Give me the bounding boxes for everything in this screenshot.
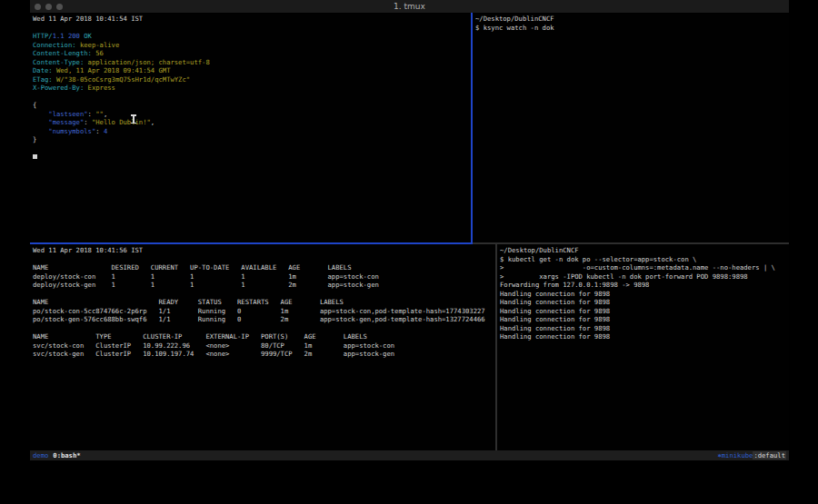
tmux-status-bar: demo 0:bash* ⎈ minikube :default: [30, 450, 789, 460]
titlebar[interactable]: 1. tmux: [30, 0, 789, 14]
pane-http-response[interactable]: Wed 11 Apr 2018 10:41:54 IST HTTP/1.1 20…: [30, 13, 474, 244]
terminal-line: deploy/stock-con 1 1 1 1 1m app=stock-co…: [33, 272, 498, 282]
terminal-line: [33, 290, 498, 299]
pane-kubectl-resources[interactable]: Wed 11 Apr 2018 10:41:56 IST NAME DESIRE…: [30, 244, 498, 450]
terminal-line: $ ksync watch -n dok: [475, 24, 789, 33]
status-right: ⎈ minikube :default: [717, 451, 786, 460]
tmux-panes: Wed 11 Apr 2018 10:41:54 IST HTTP/1.1 20…: [30, 13, 789, 450]
window-tab-bash[interactable]: 0:bash*: [53, 451, 80, 460]
terminal-line: Handling connection for 9898: [500, 315, 789, 324]
pane-ksync-watch[interactable]: ~/Desktop/DublinCNCF$ ksync watch -n dok: [473, 13, 789, 244]
terminal-line: Connection: keep-alive: [33, 41, 474, 50]
terminal-line: X-Powered-By: Express: [33, 84, 474, 93]
terminal-line: "message": "Hello Dublin!",: [33, 118, 474, 127]
terminal-line: [33, 24, 474, 33]
terminal-line: "numsymbols": 4: [33, 127, 474, 136]
terminal-line: ~/Desktop/DublinCNCF: [500, 246, 789, 255]
terminal-line: po/stock-gen-576cc688bb-swqf6 1/1 Runnin…: [33, 315, 498, 324]
terminal-line: NAME TYPE CLUSTER-IP EXTERNAL-IP PORT(S)…: [33, 332, 498, 341]
terminal-line: $ kubectl get -n dok po --selector=app=s…: [500, 255, 789, 264]
window-title: 1. tmux: [30, 0, 789, 13]
terminal-window: 1. tmux Wed 11 Apr 2018 10:41:54 IST HTT…: [30, 0, 789, 460]
terminal-line: "lastseen": "",: [33, 110, 474, 119]
pane-port-forward[interactable]: ~/Desktop/DublinCNCF$ kubectl get -n dok…: [497, 244, 789, 450]
terminal-line: [33, 255, 498, 264]
terminal-line: Content-Type: application/json; charset=…: [33, 58, 474, 67]
mouse-cursor: [130, 114, 136, 124]
terminal-line: {: [33, 101, 474, 110]
session-name: demo: [33, 451, 48, 460]
terminal-line: Handling connection for 9898: [500, 298, 789, 307]
kube-namespace: :default: [753, 451, 786, 460]
terminal-line: }: [33, 135, 474, 144]
terminal-line: po/stock-con-5cc874766c-2p6rp 1/1 Runnin…: [33, 307, 498, 316]
terminal-line: Content-Length: 56: [33, 49, 474, 58]
terminal-line: deploy/stock-gen 1 1 1 1 2m app=stock-ge…: [33, 281, 498, 290]
terminal-line: Handling connection for 9898: [500, 290, 789, 299]
terminal-line: NAME READY STATUS RESTARTS AGE LABELS: [33, 298, 498, 307]
terminal-line: Handling connection for 9898: [500, 332, 789, 341]
terminal-line: Wed 11 Apr 2018 10:41:54 IST: [33, 15, 474, 24]
terminal-line: Wed 11 Apr 2018 10:41:56 IST: [33, 246, 498, 255]
terminal-line: [33, 153, 474, 162]
terminal-line: svc/stock-gen ClusterIP 10.109.197.74 <n…: [33, 350, 498, 359]
terminal-line: Handling connection for 9898: [500, 324, 789, 333]
terminal-line: svc/stock-con ClusterIP 10.99.222.96 <no…: [33, 341, 498, 351]
terminal-line: HTTP/1.1 200 OK: [33, 32, 474, 41]
terminal-line: ETag: W/"38-05coCsrg3mQ75sHr1d/qcMTwYZc": [33, 75, 474, 84]
terminal-line: > -o=custom-columns=:metadata.name --no-…: [500, 263, 789, 272]
desktop: 1. tmux Wed 11 Apr 2018 10:41:54 IST HTT…: [0, 0, 818, 504]
kube-context: minikube: [722, 451, 753, 460]
terminal-line: [33, 144, 474, 153]
terminal-line: Handling connection for 9898: [500, 307, 789, 316]
terminal-line: > xargs -IPOD kubectl -n dok port-forwar…: [500, 272, 789, 282]
terminal-line: [33, 324, 498, 333]
terminal-line: [33, 93, 474, 102]
terminal-line: ~/Desktop/DublinCNCF: [475, 15, 789, 24]
terminal-line: Forwarding from 127.0.0.1:9898 -> 9898: [500, 281, 789, 290]
terminal-line: NAME DESIRED CURRENT UP-TO-DATE AVAILABL…: [33, 263, 498, 272]
terminal-line: Date: Wed, 11 Apr 2018 09:41:54 GMT: [33, 66, 474, 75]
